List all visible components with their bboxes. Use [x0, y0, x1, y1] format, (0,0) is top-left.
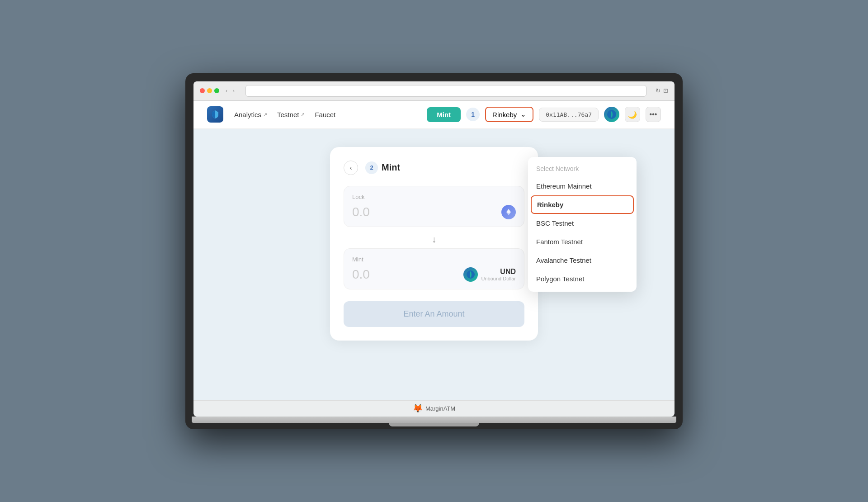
nav-faucet[interactable]: Faucet	[315, 111, 335, 118]
dropdown-item-avalanche[interactable]: Avalanche Testnet	[528, 251, 637, 270]
network-selector-dropdown[interactable]: Rinkeby ⌄	[485, 107, 533, 122]
down-arrow-icon: ↓	[432, 234, 436, 245]
more-dots-icon: •••	[650, 110, 657, 118]
mint-amount: 0.0	[352, 267, 370, 282]
header-right: Mint 1 Rinkeby ⌄ 0x11AB...76a7 🌙	[427, 107, 661, 122]
eth-icon	[501, 205, 516, 219]
lock-row: 0.0	[352, 205, 516, 219]
wallet-address: 0x11AB...76a7	[539, 108, 599, 122]
dropdown-item-rinkeby[interactable]: Rinkeby	[531, 195, 634, 214]
more-options-button[interactable]: •••	[646, 107, 661, 122]
traffic-lights	[200, 88, 219, 93]
nav-back-icon[interactable]: ‹	[224, 87, 229, 95]
step1-badge: 1	[466, 108, 480, 121]
und-info: UND Unbound Dollar	[481, 268, 516, 281]
fullscreen-traffic-light[interactable]	[214, 88, 219, 93]
nav-links: Analytics ↗ Testnet ↗ Faucet	[234, 111, 416, 118]
theme-toggle-button[interactable]: 🌙	[625, 107, 640, 122]
app-header: Analytics ↗ Testnet ↗ Faucet Mint 1 Rink…	[193, 101, 675, 129]
moon-icon: 🌙	[628, 110, 637, 119]
dropdown-item-polygon[interactable]: Polygon Testnet	[528, 270, 637, 288]
browser-action-icon[interactable]: ↻	[656, 87, 660, 94]
nav-forward-icon[interactable]: ›	[231, 87, 236, 95]
back-button[interactable]: ‹	[344, 161, 358, 175]
browser-window-icon[interactable]: ⊡	[663, 87, 668, 94]
dropdown-item-bsc[interactable]: BSC Testnet	[528, 214, 637, 232]
app-logo	[207, 106, 223, 123]
card-step-badge: 2	[365, 161, 378, 174]
dropdown-item-fantom[interactable]: Fantom Testnet	[528, 232, 637, 251]
taskbar: 🦊 MarginATM	[193, 400, 675, 417]
network-dropdown: Select Network Ethereum Mainnet Rinkeby …	[528, 157, 637, 292]
lock-token-box[interactable]: Lock 0.0	[344, 186, 524, 227]
dropdown-item-ethereum[interactable]: Ethereum Mainnet	[528, 177, 637, 195]
close-traffic-light[interactable]	[200, 88, 205, 93]
lock-token-selector[interactable]	[501, 205, 516, 219]
laptop-screen: ‹ › ↻ ⊡ Analytics ↗	[193, 81, 675, 417]
dropdown-header: Select Network	[528, 161, 637, 177]
arrow-divider: ↓	[344, 234, 524, 245]
address-bar[interactable]	[245, 85, 646, 97]
mint-nav-button[interactable]: Mint	[427, 107, 461, 122]
network-chevron-icon: ⌄	[520, 110, 526, 118]
lock-label: Lock	[352, 194, 516, 200]
network-selected-label: Rinkeby	[492, 111, 517, 118]
und-symbol: UND	[500, 268, 516, 276]
card-header: ‹ 2 Mint	[344, 161, 524, 175]
minimize-traffic-light[interactable]	[207, 88, 212, 93]
mint-label: Mint	[352, 256, 516, 263]
browser-actions: ↻ ⊡	[656, 87, 668, 94]
mint-token-box[interactable]: Mint 0.0 UND Un	[344, 248, 524, 289]
laptop-stand	[389, 423, 479, 426]
mint-card: ‹ 2 Mint Lock 0.0	[330, 147, 538, 341]
enter-amount-button[interactable]: Enter An Amount	[344, 301, 524, 327]
laptop-shell: ‹ › ↻ ⊡ Analytics ↗	[185, 73, 683, 429]
main-content: ‹ 2 Mint Lock 0.0	[193, 129, 675, 400]
lock-amount: 0.0	[352, 205, 370, 219]
nav-analytics[interactable]: Analytics ↗	[234, 111, 267, 118]
avatar-icon[interactable]	[604, 107, 619, 122]
taskbar-app-icon: 🦊	[413, 403, 423, 413]
nav-testnet[interactable]: Testnet ↗	[277, 111, 305, 118]
card-title: Mint	[382, 162, 400, 173]
back-icon: ‹	[350, 164, 352, 171]
mint-row: 0.0 UND Unbound Dollar	[352, 267, 516, 282]
analytics-arrow-icon: ↗	[263, 112, 267, 118]
browser-chrome: ‹ › ↻ ⊡	[193, 81, 675, 101]
und-token-selector[interactable]: UND Unbound Dollar	[463, 267, 516, 282]
und-icon	[463, 267, 478, 282]
und-name: Unbound Dollar	[481, 276, 516, 281]
laptop-base	[192, 417, 676, 423]
testnet-arrow-icon: ↗	[301, 112, 305, 118]
taskbar-label: MarginATM	[425, 405, 455, 412]
browser-nav: ‹ ›	[224, 87, 236, 95]
